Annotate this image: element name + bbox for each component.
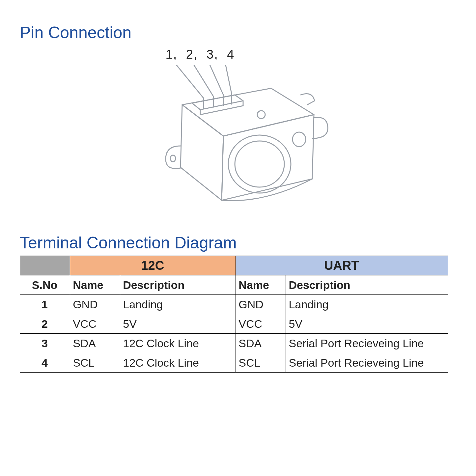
table-header-blank <box>20 256 70 275</box>
subheader-desc-uart: Description <box>286 275 448 295</box>
cell-sno: 3 <box>20 334 70 353</box>
cell-sno: 4 <box>20 353 70 373</box>
cell-desc-uart: Serial Port Recieveing Line <box>286 353 448 373</box>
svg-line-7 <box>174 65 204 98</box>
cell-name-uart: SDA <box>236 334 286 353</box>
svg-line-10 <box>225 65 232 94</box>
pin-diagram: 1, 2, 3, 4 <box>106 45 370 223</box>
subheader-sno: S.No <box>20 275 70 295</box>
cell-desc-12c: Landing <box>120 295 236 314</box>
cell-name-12c: SCL <box>70 353 120 373</box>
cell-desc-uart: Serial Port Recieveing Line <box>286 334 448 353</box>
table-subheader-row: S.No Name Description Name Description <box>20 275 448 295</box>
cell-name-uart: VCC <box>236 314 286 334</box>
heading-pin-connection: Pin Connection <box>20 23 456 42</box>
table-row: 2 VCC 5V VCC 5V <box>20 314 448 334</box>
table-header-12c: 12C <box>70 256 236 275</box>
cell-sno: 2 <box>20 314 70 334</box>
table-header-row: 12C UART <box>20 256 448 275</box>
svg-line-9 <box>209 65 223 95</box>
sensor-module-icon <box>129 65 347 223</box>
cell-name-12c: VCC <box>70 314 120 334</box>
svg-point-14 <box>293 132 306 147</box>
cell-name-uart: GND <box>236 295 286 314</box>
subheader-name-12c: Name <box>70 275 120 295</box>
cell-desc-uart: 5V <box>286 314 448 334</box>
heading-terminal-connection: Terminal Connection Diagram <box>20 233 456 252</box>
cell-desc-12c: 12C Clock Line <box>120 334 236 353</box>
svg-line-2 <box>200 106 243 115</box>
cell-desc-uart: Landing <box>286 295 448 314</box>
subheader-name-uart: Name <box>236 275 286 295</box>
pin-label-3: 3, <box>207 47 218 61</box>
pin-number-labels: 1, 2, 3, 4 <box>166 47 239 62</box>
cell-desc-12c: 12C Clock Line <box>120 353 236 373</box>
svg-point-13 <box>235 141 284 187</box>
table-row: 3 SDA 12C Clock Line SDA Serial Port Rec… <box>20 334 448 353</box>
subheader-desc-12c: Description <box>120 275 236 295</box>
cell-name-uart: SCL <box>236 353 286 373</box>
cell-sno: 1 <box>20 295 70 314</box>
svg-line-8 <box>192 65 213 97</box>
pin-label-2: 2, <box>186 47 198 61</box>
svg-point-11 <box>257 111 265 119</box>
table-row: 4 SCL 12C Clock Line SCL Serial Port Rec… <box>20 353 448 373</box>
pin-label-1: 1, <box>166 47 178 61</box>
cell-name-12c: SDA <box>70 334 120 353</box>
table-row: 1 GND Landing GND Landing <box>20 295 448 314</box>
cell-name-12c: GND <box>70 295 120 314</box>
svg-point-15 <box>170 155 176 162</box>
terminal-connection-table: 12C UART S.No Name Description Name Desc… <box>20 256 448 373</box>
cell-desc-12c: 5V <box>120 314 236 334</box>
pin-label-4: 4 <box>227 47 235 61</box>
svg-point-12 <box>228 135 291 193</box>
table-header-uart: UART <box>236 256 448 275</box>
